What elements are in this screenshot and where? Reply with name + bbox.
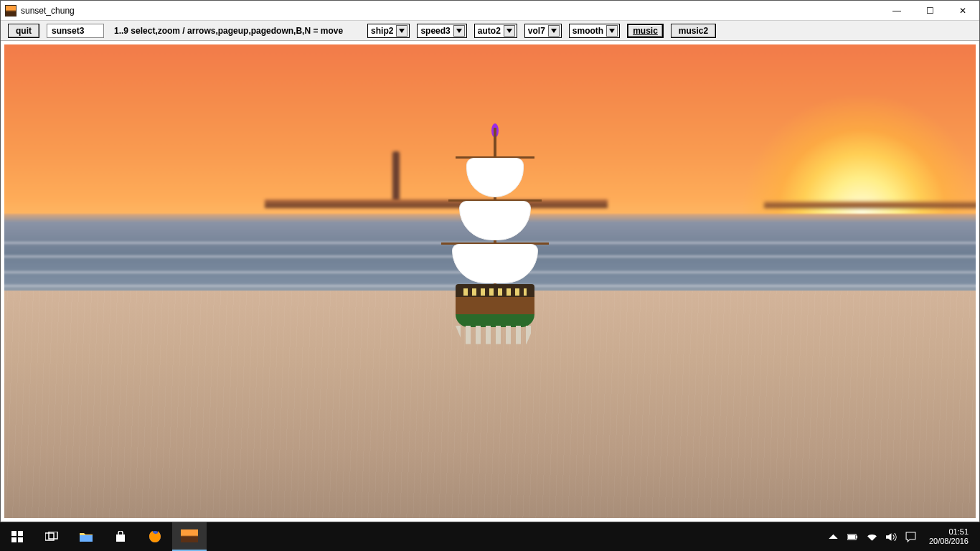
smooth-select-value: smooth bbox=[573, 26, 603, 36]
firefox-taskbar[interactable] bbox=[138, 522, 172, 551]
tray-chevron-up-icon[interactable] bbox=[828, 532, 839, 542]
render-canvas[interactable] bbox=[1, 41, 979, 522]
svg-rect-2 bbox=[11, 537, 17, 542]
toolbar: quit sunset3 1..9 select,zoom / arrows,p… bbox=[1, 21, 979, 41]
taskbar: 01:51 20/08/2016 bbox=[0, 522, 980, 551]
taskbar-time: 01:51 bbox=[929, 527, 969, 537]
wifi-icon[interactable] bbox=[867, 532, 877, 542]
close-button[interactable]: ✕ bbox=[946, 1, 979, 21]
taskview-icon bbox=[45, 532, 58, 542]
app-thumb-icon bbox=[181, 529, 198, 542]
svg-rect-10 bbox=[848, 534, 855, 539]
help-text: 1..9 select,zoom / arrows,pageup,pagedow… bbox=[111, 26, 346, 36]
explorer-taskbar[interactable] bbox=[69, 522, 103, 551]
pier-right bbox=[764, 202, 979, 208]
music-button[interactable]: music bbox=[627, 24, 664, 38]
taskbar-date: 20/08/2016 bbox=[929, 537, 969, 546]
volume-icon[interactable] bbox=[886, 532, 897, 542]
app-taskbar[interactable] bbox=[172, 522, 207, 551]
auto-select-value: auto2 bbox=[478, 26, 501, 36]
ship-sprite bbox=[441, 128, 549, 357]
auto-select[interactable]: auto2 bbox=[474, 24, 517, 38]
taskview-button[interactable] bbox=[34, 522, 69, 551]
ship-select-value: ship2 bbox=[371, 26, 393, 36]
app-icon bbox=[5, 5, 17, 17]
ship-select[interactable]: ship2 bbox=[367, 24, 410, 38]
battery-icon[interactable] bbox=[847, 532, 858, 542]
smooth-select[interactable]: smooth bbox=[569, 24, 620, 38]
svg-rect-0 bbox=[11, 531, 17, 536]
vol-select[interactable]: vol7 bbox=[524, 24, 562, 38]
window-title: sunset_chung bbox=[21, 6, 75, 16]
windows-icon bbox=[11, 531, 23, 542]
chevron-down-icon bbox=[606, 25, 618, 37]
scene-name-field[interactable]: sunset3 bbox=[47, 24, 104, 38]
svg-rect-3 bbox=[18, 537, 23, 542]
speed-select[interactable]: speed3 bbox=[417, 24, 466, 38]
chevron-down-icon bbox=[504, 25, 515, 37]
music2-button[interactable]: music2 bbox=[671, 24, 716, 38]
system-tray: 01:51 20/08/2016 bbox=[821, 527, 980, 546]
action-center-icon[interactable] bbox=[905, 532, 916, 542]
svg-rect-1 bbox=[18, 531, 23, 536]
svg-rect-6 bbox=[80, 535, 93, 542]
folder-icon bbox=[80, 532, 93, 542]
chevron-down-icon bbox=[396, 25, 407, 37]
vol-select-value: vol7 bbox=[528, 26, 545, 36]
store-icon bbox=[115, 531, 126, 542]
maximize-button[interactable]: ☐ bbox=[913, 1, 946, 21]
app-window: sunset_chung — ☐ ✕ quit sunset3 1..9 sel… bbox=[0, 0, 980, 522]
taskbar-clock[interactable]: 01:51 20/08/2016 bbox=[925, 527, 973, 546]
speed-select-value: speed3 bbox=[420, 26, 450, 36]
titlebar[interactable]: sunset_chung — ☐ ✕ bbox=[1, 1, 979, 21]
close-icon: ✕ bbox=[959, 6, 966, 16]
firefox-icon bbox=[149, 530, 161, 543]
lighthouse-silhouette bbox=[392, 151, 400, 202]
chevron-down-icon bbox=[548, 25, 560, 37]
svg-rect-9 bbox=[856, 535, 857, 538]
start-button[interactable] bbox=[0, 522, 34, 551]
chevron-down-icon bbox=[453, 25, 465, 37]
maximize-icon: ☐ bbox=[926, 6, 934, 16]
minimize-icon: — bbox=[892, 6, 901, 16]
store-taskbar[interactable] bbox=[103, 522, 138, 551]
quit-button[interactable]: quit bbox=[8, 24, 39, 38]
pier-left bbox=[265, 199, 607, 208]
minimize-button[interactable]: — bbox=[880, 1, 913, 21]
